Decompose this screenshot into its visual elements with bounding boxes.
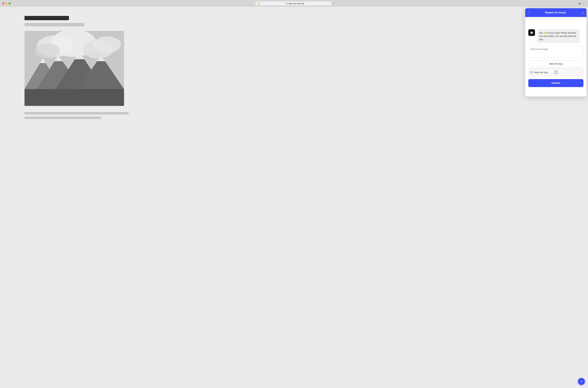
mark-bug-icon-label: Mark the bug	[534, 71, 548, 73]
skeleton-line-2	[25, 117, 101, 119]
skeleton-image	[25, 31, 124, 106]
chat-bubble: Hey 👋 Found a bug? Please describe the i…	[537, 29, 580, 43]
svg-point-5	[93, 36, 121, 53]
svg-rect-14	[25, 89, 124, 106]
bug-report-panel: ‹ Report an issue × ☻ Hey 👋 Found a bug?…	[525, 8, 587, 97]
lock-icon: 🔒	[257, 2, 260, 4]
close-traffic-light[interactable]	[2, 2, 4, 4]
capture-icon: ⊡	[530, 71, 533, 74]
page-skeleton	[0, 7, 588, 125]
browser-controls-right: 🔊 ⛶	[579, 2, 586, 5]
panel-body: ☻ Hey 👋 Found a bug? Please describe the…	[525, 17, 587, 97]
page-content: ‹ Report an issue × ☻ Hey 👋 Found a bug?…	[0, 7, 588, 388]
address-text: In-app bug reporting	[261, 2, 330, 5]
traffic-lights	[2, 2, 11, 4]
scroll-down-button[interactable]: ∨	[578, 378, 585, 385]
panel-header: ‹ Report an issue ×	[525, 8, 587, 17]
bot-avatar: ☻	[528, 29, 535, 36]
mark-bug-container: Mark the bug ⊡ Mark the bug	[528, 60, 583, 76]
mark-bug-button[interactable]: Mark the bug	[528, 60, 583, 67]
reload-button[interactable]: ↻	[332, 2, 334, 5]
mark-bug-icon-button[interactable]: ⊡ Mark the bug	[528, 68, 583, 76]
submit-button[interactable]: Submit	[528, 79, 583, 87]
fullscreen-icon[interactable]: ⛶	[583, 2, 586, 5]
mountain-svg	[25, 31, 124, 106]
volume-icon[interactable]: 🔊	[579, 2, 582, 5]
svg-point-4	[35, 43, 60, 58]
panel-close-button[interactable]: ×	[582, 11, 583, 14]
chat-area: ☻ Hey 👋 Found a bug? Please describe the…	[528, 29, 583, 43]
skeleton-line-1	[25, 112, 129, 114]
cursor-indicator	[554, 71, 558, 74]
minimize-traffic-light[interactable]	[5, 2, 7, 4]
issue-textarea[interactable]	[528, 46, 583, 58]
bot-emoji: ☻	[530, 30, 534, 35]
chevron-down-icon: ∨	[580, 380, 583, 383]
browser-chrome: 🔒 In-app bug reporting ↻ 🔊 ⛶	[0, 0, 588, 7]
skeleton-title	[25, 16, 69, 20]
maximize-traffic-light[interactable]	[9, 2, 11, 4]
address-bar: 🔒 In-app bug reporting ↻	[12, 1, 577, 5]
skeleton-lines	[25, 112, 582, 119]
address-bar-inner[interactable]: 🔒 In-app bug reporting	[256, 1, 332, 5]
skeleton-subtitle	[25, 23, 84, 26]
panel-title: Report an issue	[529, 11, 582, 14]
